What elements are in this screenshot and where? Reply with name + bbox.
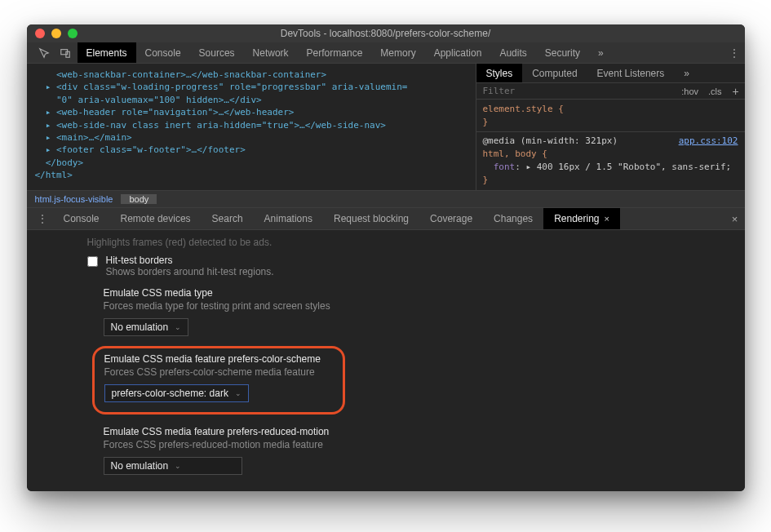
settings-menu-icon[interactable]: ⋮ (724, 47, 745, 59)
close-window-icon[interactable] (35, 29, 45, 38)
styles-filter-input[interactable] (476, 86, 677, 96)
tabs-overflow-icon[interactable]: » (589, 42, 613, 63)
rendering-panel: Highlights frames (red) detected to be a… (27, 230, 745, 491)
styles-rules[interactable]: element.style { } @media (min-width: 321… (476, 100, 745, 190)
drawer-tab-search[interactable]: Search (202, 208, 254, 229)
styles-tab-styles[interactable]: Styles (476, 64, 523, 82)
drawer-tab-changes[interactable]: Changes (483, 208, 543, 229)
drawer-tab-remote-devices[interactable]: Remote devices (110, 208, 202, 229)
color-scheme-select[interactable]: prefers-color-scheme: dark ⌄ (104, 384, 249, 402)
tab-console[interactable]: Console (136, 42, 190, 63)
titlebar: DevTools - localhost:8080/prefers-color-… (27, 24, 745, 42)
tab-elements[interactable]: Elements (78, 42, 136, 63)
cls-toggle[interactable]: .cls (703, 86, 727, 96)
drawer-tab-rendering[interactable]: Rendering× (543, 208, 620, 229)
media-type-sub: Forces media type for testing print and … (104, 300, 745, 312)
tab-application[interactable]: Application (425, 42, 491, 63)
crumb-html[interactable]: html.js-focus-visible (27, 194, 122, 204)
tab-network[interactable]: Network (244, 42, 298, 63)
styles-pane: Styles Computed Event Listeners » :hov .… (476, 64, 745, 190)
color-scheme-sub: Forces CSS prefers-color-scheme media fe… (104, 366, 333, 378)
tab-audits[interactable]: Audits (490, 42, 535, 63)
tab-memory[interactable]: Memory (371, 42, 424, 63)
window-title: DevTools - localhost:8080/prefers-color-… (27, 28, 745, 39)
tab-performance[interactable]: Performance (298, 42, 372, 63)
media-type-select[interactable]: No emulation ⌄ (104, 318, 189, 336)
hit-test-borders-checkbox[interactable] (87, 256, 98, 267)
breadcrumb: html.js-focus-visible body (27, 190, 745, 208)
chevron-down-icon: ⌄ (235, 389, 241, 397)
drawer-tab-console[interactable]: Console (53, 208, 110, 229)
main-tabs: Elements Console Sources Network Perform… (78, 42, 613, 63)
drawer-tab-coverage[interactable]: Coverage (419, 208, 483, 229)
emulate-reduced-motion-group: Emulate CSS media feature prefers-reduce… (43, 418, 745, 475)
hov-toggle[interactable]: :hov (676, 86, 703, 96)
reduced-motion-sub: Forces CSS prefers-reduced-motion media … (104, 439, 745, 450)
maximize-window-icon[interactable] (68, 29, 78, 38)
reduced-motion-title: Emulate CSS media feature prefers-reduce… (104, 426, 745, 437)
emulate-media-type-group: Emulate CSS media type Forces media type… (43, 279, 745, 336)
hit-test-sub: Shows borders around hit-test regions. (106, 266, 274, 277)
option-hit-test-borders: Hit-test borders Shows borders around hi… (43, 250, 745, 279)
drawer-menu-icon[interactable]: ⋮ (32, 213, 53, 224)
inspect-element-icon[interactable] (35, 44, 53, 62)
chevron-down-icon: ⌄ (175, 323, 181, 331)
tab-security[interactable]: Security (536, 42, 589, 63)
devtools-window: DevTools - localhost:8080/prefers-color-… (27, 24, 745, 491)
crumb-body[interactable]: body (121, 194, 157, 204)
new-style-rule-icon[interactable]: + (727, 85, 745, 98)
styles-tab-computed[interactable]: Computed (522, 64, 587, 82)
close-tab-icon[interactable]: × (605, 214, 609, 224)
truncated-previous-option: Highlights frames (red) detected to be a… (43, 233, 745, 250)
media-type-title: Emulate CSS media type (104, 287, 745, 299)
drawer-tab-animations[interactable]: Animations (254, 208, 323, 229)
close-drawer-icon[interactable]: × (725, 213, 745, 225)
styles-overflow-icon[interactable]: » (674, 64, 699, 82)
color-scheme-title: Emulate CSS media feature prefers-color-… (104, 353, 333, 365)
drawer-tab-request-blocking[interactable]: Request blocking (323, 208, 419, 229)
hit-test-title: Hit-test borders (106, 255, 274, 266)
minimize-window-icon[interactable] (51, 29, 61, 38)
source-link[interactable]: app.css:102 (679, 135, 738, 148)
styles-tab-eventlisteners[interactable]: Event Listeners (587, 64, 675, 82)
styles-tabs: Styles Computed Event Listeners » (476, 64, 745, 83)
styles-filter-row: :hov .cls + (476, 83, 745, 100)
drawer-tabs: ⋮ Console Remote devices Search Animatio… (27, 208, 745, 230)
elements-panel: <web-snackbar-container>…</web-snackbar-… (27, 64, 745, 190)
window-controls (27, 29, 78, 38)
reduced-motion-select[interactable]: No emulation ⌄ (104, 457, 242, 475)
chevron-down-icon: ⌄ (175, 462, 181, 470)
dom-tree[interactable]: <web-snackbar-container>…</web-snackbar-… (27, 64, 476, 190)
prefers-color-scheme-callout: Emulate CSS media feature prefers-color-… (92, 346, 345, 415)
tab-sources[interactable]: Sources (190, 42, 244, 63)
main-toolbar: Elements Console Sources Network Perform… (27, 42, 745, 64)
device-toolbar-icon[interactable] (56, 44, 74, 62)
